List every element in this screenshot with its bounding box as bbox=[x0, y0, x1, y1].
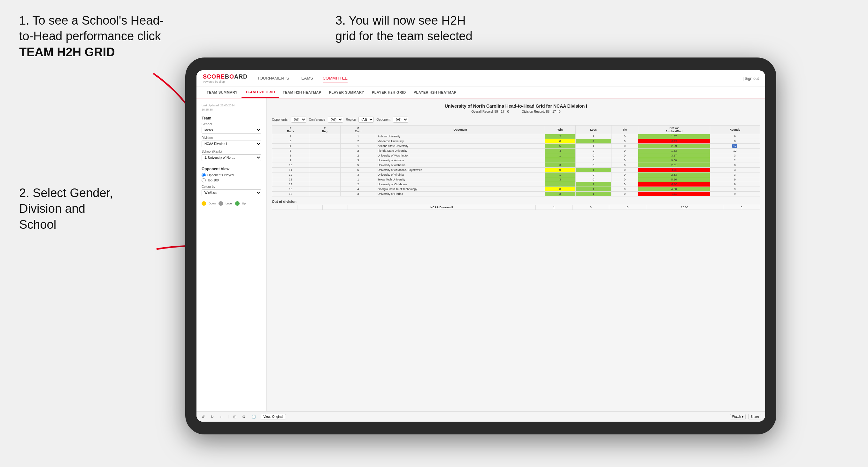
settings-btn[interactable]: ⚙ bbox=[241, 414, 247, 420]
cell-tie: 0 bbox=[612, 177, 638, 182]
gender-select[interactable]: Men's Women's bbox=[202, 127, 261, 133]
filter-region-select[interactable]: (All) bbox=[359, 117, 374, 123]
cell-win: 4 bbox=[545, 149, 576, 153]
cell-opponent: University of Arkansas, Fayetteville bbox=[376, 168, 545, 173]
cell-win: 1 bbox=[545, 182, 576, 187]
cell-rounds: 9 bbox=[710, 192, 760, 196]
table-row: 4 1 Arizona State University 5 1 0 2.29 … bbox=[272, 144, 760, 149]
toolbar: ↺ ↻ ← | ⊞ ⚙ 🕐 View: Original Watch ▾ Sha… bbox=[196, 411, 765, 422]
cell-diff: 2.33 bbox=[638, 173, 710, 177]
table-row: 10 5 University of Alabama 3 0 0 2.61 8 bbox=[272, 163, 760, 168]
ood-tie: 0 bbox=[609, 205, 646, 210]
zoom-btn[interactable]: ⊞ bbox=[232, 414, 238, 420]
cell-win: 2 bbox=[545, 134, 576, 139]
cell-diff: 2.61 bbox=[638, 163, 710, 168]
col-win: Win bbox=[545, 126, 576, 134]
filter-opponent-label: Opponent bbox=[376, 118, 391, 121]
filter-region-label: Region bbox=[346, 118, 356, 121]
cell-conf: 1 bbox=[341, 177, 376, 182]
cell-tie: 0 bbox=[612, 173, 638, 177]
redo-btn[interactable]: ↻ bbox=[209, 414, 215, 420]
subnav-team-h2h-heatmap[interactable]: TEAM H2H HEATMAP bbox=[279, 87, 325, 98]
sign-out-link[interactable]: Sign out bbox=[745, 76, 759, 81]
cell-conf: 2 bbox=[341, 153, 376, 158]
nav-teams[interactable]: TEAMS bbox=[299, 74, 313, 83]
cell-opponent: Auburn University bbox=[376, 134, 545, 139]
share-btn[interactable]: Share bbox=[748, 414, 761, 419]
cell-diff: 5.56 bbox=[638, 177, 710, 182]
undo-btn[interactable]: ↺ bbox=[200, 414, 206, 420]
col-opponent: Opponent bbox=[376, 126, 545, 134]
cell-conf: 6 bbox=[341, 168, 376, 173]
cell-rank: 3 bbox=[272, 139, 309, 144]
filter-opponents-select[interactable]: (All) bbox=[291, 117, 306, 123]
annotation-3: 3. You will now see H2H grid for the tea… bbox=[336, 13, 472, 44]
colour-legend: Down Level Up bbox=[202, 201, 261, 206]
ann1-line3: TEAM H2H GRID bbox=[19, 45, 115, 59]
cell-opponent: Georgia Institute of Technology bbox=[376, 187, 545, 192]
cell-rank: 10 bbox=[272, 163, 309, 168]
main-content: Last Updated: 27/03/202416:55:38 Team Ge… bbox=[196, 98, 765, 411]
cell-tie: 0 bbox=[612, 153, 638, 158]
table-row: 9 3 University of Arizona 1 0 0 9.00 2 bbox=[272, 158, 760, 163]
ood-diff: 26.00 bbox=[646, 205, 723, 210]
filter-conference-label: Conference bbox=[309, 118, 326, 121]
subnav-team-h2h-grid[interactable]: TEAM H2H GRID bbox=[242, 87, 279, 98]
filter-opponent-select[interactable]: (All) bbox=[393, 117, 408, 123]
clock-btn[interactable]: 🕐 bbox=[250, 414, 257, 420]
subnav-team-summary[interactable]: TEAM SUMMARY bbox=[203, 87, 242, 98]
col-conf: #Conf bbox=[341, 126, 376, 134]
nav-bar: SCOREBOARD Powered by clippi TOURNAMENTS… bbox=[196, 70, 765, 87]
cell-reg bbox=[309, 139, 340, 144]
cell-reg bbox=[309, 149, 340, 153]
cell-win: 5 bbox=[545, 144, 576, 149]
back-btn[interactable]: ← bbox=[218, 414, 225, 420]
cell-win: 1 bbox=[545, 158, 576, 163]
annotation-1: 1. To see a School's Head- to-Head perfo… bbox=[19, 13, 163, 60]
cell-win: 3 bbox=[545, 192, 576, 196]
right-panel: University of North Carolina Head-to-Hea… bbox=[267, 98, 765, 411]
filter-row: Opponents: (All) Conference (All) Region… bbox=[272, 117, 760, 123]
filter-opponents-label: Opponents: bbox=[272, 118, 288, 121]
sub-nav: TEAM SUMMARY TEAM H2H GRID TEAM H2H HEAT… bbox=[196, 87, 765, 98]
colour-by-select[interactable]: Win/loss bbox=[202, 189, 261, 196]
annotation-2: 2. Select Gender, Division and School bbox=[19, 185, 113, 232]
cell-tie: 0 bbox=[612, 149, 638, 153]
out-of-division-title: Out of division bbox=[272, 200, 760, 204]
subnav-player-summary[interactable]: PLAYER SUMMARY bbox=[325, 87, 368, 98]
grid-title: University of North Carolina Head-to-Hea… bbox=[272, 103, 760, 108]
nav-links: TOURNAMENTS TEAMS COMMITTEE bbox=[257, 74, 742, 83]
radio-opponents-played[interactable]: Opponents Played bbox=[202, 173, 261, 177]
filter-conference-select[interactable]: (All) bbox=[328, 117, 343, 123]
school-select[interactable]: 1. University of Nort... bbox=[202, 154, 261, 161]
ood-reg bbox=[298, 205, 323, 210]
nav-committee[interactable]: COMMITTEE bbox=[323, 74, 348, 83]
cell-conf: 3 bbox=[341, 173, 376, 177]
opponent-view-group: Opponents Played Top 100 bbox=[202, 173, 261, 182]
view-original-btn[interactable]: View: Original bbox=[261, 414, 286, 419]
nav-tournaments[interactable]: TOURNAMENTS bbox=[257, 74, 289, 83]
cell-reg bbox=[309, 173, 340, 177]
tablet-screen: SCOREBOARD Powered by clippi TOURNAMENTS… bbox=[196, 70, 765, 422]
cell-opponent: Florida State University bbox=[376, 149, 545, 153]
subnav-player-h2h-grid[interactable]: PLAYER H2H GRID bbox=[368, 87, 410, 98]
cell-opponent: University of Alabama bbox=[376, 163, 545, 168]
col-diff: Diff AvStrokes/Rnd bbox=[638, 126, 710, 134]
col-loss: Loss bbox=[576, 126, 611, 134]
col-tie: Tie bbox=[612, 126, 638, 134]
cell-reg bbox=[309, 187, 340, 192]
cell-diff: 1.83 bbox=[638, 149, 710, 153]
watch-btn[interactable]: Watch ▾ bbox=[730, 414, 746, 419]
colour-dot-up bbox=[235, 201, 240, 206]
cell-rank: 4 bbox=[272, 144, 309, 149]
radio-top100[interactable]: Top 100 bbox=[202, 178, 261, 182]
table-row: 11 6 University of Arkansas, Fayettevill… bbox=[272, 168, 760, 173]
subnav-player-h2h-heatmap[interactable]: PLAYER H2H HEATMAP bbox=[410, 87, 460, 98]
division-select[interactable]: NCAA Division I NCAA Division II NCAA Di… bbox=[202, 141, 261, 147]
ood-conf bbox=[323, 205, 348, 210]
cell-rounds: 9 bbox=[710, 182, 760, 187]
cell-conf: 4 bbox=[341, 187, 376, 192]
colour-dot-level bbox=[219, 201, 223, 206]
cell-diff: -6.42 bbox=[638, 192, 710, 196]
ood-win: 1 bbox=[535, 205, 572, 210]
